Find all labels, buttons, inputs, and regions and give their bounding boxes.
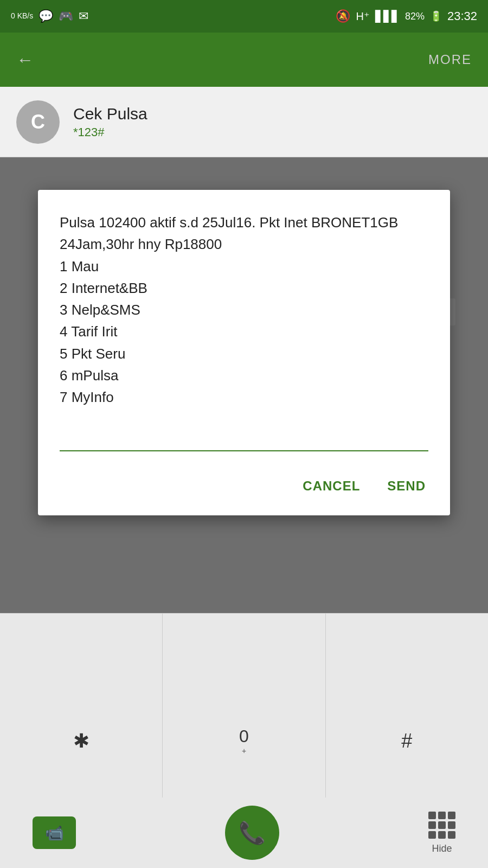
kb-indicator: 0 KB/s (11, 12, 33, 20)
keypad-zero-main: 0 (239, 726, 249, 746)
hide-button[interactable]: Hide (428, 812, 455, 854)
app-icon: 🎮 (59, 9, 73, 23)
email-icon: ✉ (79, 9, 88, 23)
bbm-icon: 💬 (38, 9, 53, 23)
contact-info: Cek Pulsa *123# (73, 105, 147, 139)
hide-label: Hide (432, 843, 452, 854)
phone-icon: 📞 (239, 820, 266, 846)
call-button[interactable]: 📞 (225, 806, 279, 860)
battery-text: 82% (405, 11, 425, 22)
status-right: 🔕 H⁺ ▋▋▋ 82% 🔋 23:32 (336, 9, 477, 23)
back-button[interactable]: ← (16, 50, 34, 70)
bottom-bar: 📹 📞 Hide (0, 797, 488, 868)
contact-number: *123# (73, 125, 147, 139)
video-button[interactable]: 📹 (33, 816, 76, 849)
signal-icon: ▋▋▋ (375, 10, 400, 23)
more-button[interactable]: MORE (428, 52, 472, 67)
cancel-button[interactable]: CANCEL (300, 473, 363, 499)
status-left: 0 KB/s 💬 🎮 ✉ (11, 9, 88, 23)
mute-icon: 🔕 (336, 9, 350, 23)
network-icon: H⁺ (356, 10, 369, 23)
grid-icon (428, 812, 455, 839)
dialog-text-input[interactable] (60, 425, 428, 451)
dialog-actions: CANCEL SEND (60, 473, 428, 499)
video-icon: 📹 (45, 824, 64, 842)
dialog-message: Pulsa 102400 aktif s.d 25Jul16. Pkt Inet… (60, 212, 428, 409)
avatar: C (16, 100, 60, 144)
action-bar: ← MORE (0, 33, 488, 87)
keypad-zero-sub: + (242, 746, 246, 755)
battery-icon: 🔋 (430, 10, 442, 22)
dialog-input-area[interactable] (60, 425, 428, 451)
ussd-dialog: Pulsa 102400 aktif s.d 25Jul16. Pkt Inet… (38, 190, 450, 515)
status-bar: 0 KB/s 💬 🎮 ✉ 🔕 H⁺ ▋▋▋ 82% 🔋 23:32 (0, 0, 488, 33)
status-time: 23:32 (447, 9, 477, 23)
contact-header: C Cek Pulsa *123# (0, 87, 488, 157)
contact-name: Cek Pulsa (73, 105, 147, 123)
send-button[interactable]: SEND (384, 473, 428, 499)
